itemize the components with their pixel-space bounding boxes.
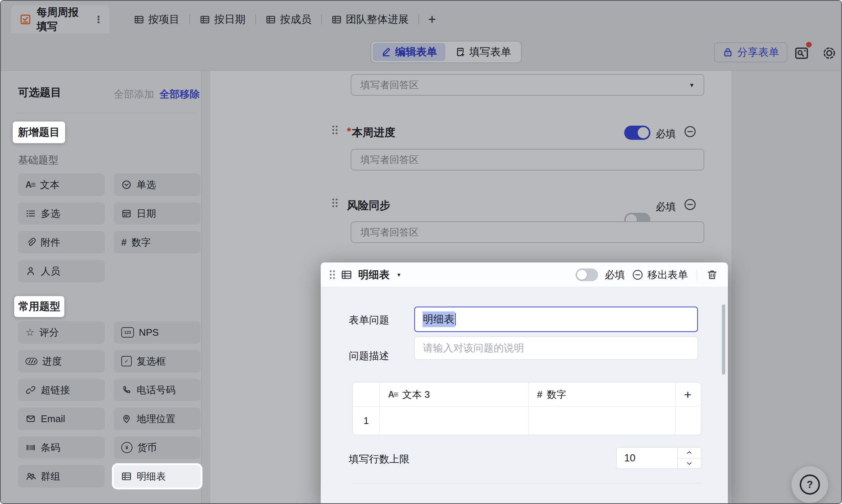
subtable-grid-icon [341,269,352,280]
section-new-question-highlight: 新增题目 [13,122,65,143]
required-toggle-off[interactable] [576,268,598,281]
subtable-header-row: A≡ 文本 3 # 数字 + [353,382,701,407]
type-label: 明细表 [137,470,166,483]
question-desc-field [414,336,698,360]
empty-cell [675,407,700,434]
question-desc-label: 问题描述 [349,349,389,363]
selected-text: 明细表 [422,311,455,327]
empty-cell[interactable] [380,407,529,434]
row-index-cell: 1 [353,407,380,434]
row-limit-field [616,447,701,469]
subtable-grid-icon [121,471,132,482]
minus-circle-icon [632,269,644,281]
row-limit-input[interactable] [617,448,677,468]
panel-divider [353,483,701,483]
drag-handle[interactable] [330,270,335,279]
panel-scrollbar-thumb[interactable] [722,304,725,375]
trash-icon[interactable] [706,269,718,281]
column-number[interactable]: # 数字 [529,382,675,406]
stepper-up-button[interactable] [678,448,701,458]
add-column-button[interactable]: + [675,382,700,406]
number-stepper [677,448,701,468]
type-dropdown-caret-icon[interactable]: ▼ [396,272,402,278]
column-text[interactable]: A≡ 文本 3 [380,382,529,406]
row-limit-label: 填写行数上限 [349,452,409,466]
subtable-data-row: 1 [353,407,701,434]
header-divider [697,269,697,280]
field-type-label: 明细表 [358,268,390,282]
question-title-label: 表单问题 [349,313,389,327]
type-button-subtable[interactable]: 明细表 [114,465,201,488]
question-title-input[interactable]: 明细表 [414,307,698,332]
section-common-types-highlight: 常用题型 [14,296,64,317]
text-field-icon: A≡ [388,390,398,400]
subtable-editor-panel: 明细表 ▼ 必填 移出表单 表单问题 [321,262,728,504]
text-caret [455,313,456,326]
panel-header: 明细表 ▼ 必填 移出表单 [321,262,728,287]
question-desc-input[interactable] [422,342,690,354]
subtable-preview: A≡ 文本 3 # 数字 + 1 [353,382,701,435]
empty-cell[interactable] [529,407,675,434]
remove-from-form-button[interactable]: 移出表单 [632,268,688,282]
stepper-down-button[interactable] [678,458,701,469]
hash-icon: # [537,389,542,400]
row-index-header-cell [353,382,380,406]
app-window: 每周周报填写 ⋮ 按项目 按日期 按成员 [0,0,842,504]
required-label: 必填 [605,268,625,282]
